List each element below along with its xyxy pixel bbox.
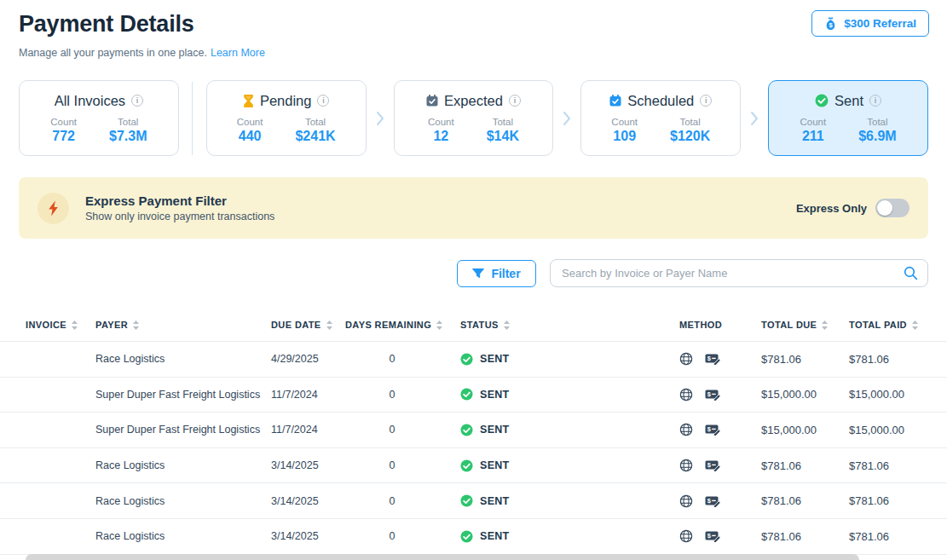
chevron-right-icon (741, 80, 768, 156)
check-circle-icon (460, 459, 473, 472)
status-cell: SENT (460, 459, 679, 472)
table-row[interactable]: Race Logistics 3/14/2025 0 SENT $ $781.0… (0, 448, 947, 484)
column-header-total-due[interactable]: TOTAL DUE (761, 320, 849, 330)
count-label: Count (237, 117, 263, 127)
status-badge: SENT (480, 495, 510, 507)
calendar-check-icon (426, 95, 438, 107)
due-date-cell: 3/14/2025 (271, 495, 345, 507)
total-value: $6.9M (858, 129, 896, 144)
total-value: $14K (487, 129, 519, 144)
status-cell: SENT (460, 530, 679, 543)
card-divider (179, 80, 206, 156)
status-badge: SENT (480, 459, 510, 471)
total-due-cell: $781.06 (761, 494, 849, 507)
total-label: Total (493, 117, 513, 127)
sort-icon[interactable] (72, 320, 78, 330)
express-payment-banner: Express Payment Filter Show only invoice… (19, 177, 928, 239)
check-circle-icon (460, 388, 473, 401)
status-cell: SENT (460, 424, 679, 436)
search-icon[interactable] (904, 266, 918, 284)
hourglass-icon (243, 95, 254, 107)
check-circle-icon (460, 530, 473, 543)
status-badge: SENT (480, 353, 510, 365)
column-header-invoice[interactable]: INVOICE (26, 320, 95, 330)
column-header-days-remaining[interactable]: DAYS REMAINING (345, 320, 460, 330)
info-icon[interactable]: i (869, 95, 881, 107)
referral-button[interactable]: $ $300 Referral (811, 10, 929, 37)
total-due-cell: $15,000.00 (761, 388, 849, 401)
check-edit-icon: $ (705, 389, 721, 401)
count-label: Count (50, 117, 77, 127)
express-only-label: Express Only (796, 202, 867, 215)
summary-card-all-invoices[interactable]: All Invoices i Count772 Total$7.3M (19, 80, 179, 156)
sort-icon[interactable] (326, 320, 332, 330)
check-circle-icon (460, 353, 473, 366)
globe-icon (679, 494, 693, 508)
column-header-method: METHOD (679, 320, 761, 330)
info-icon[interactable]: i (700, 95, 712, 107)
summary-card-scheduled[interactable]: Scheduled i Count109 Total$120K (580, 80, 741, 156)
table-row[interactable]: Super Duper Fast Freight Logistics 11/7/… (0, 413, 947, 448)
table-header: INVOICE PAYER DUE DATE DAYS REMAINING ST… (0, 309, 947, 342)
method-cell: $ (679, 388, 761, 401)
due-date-cell: 3/14/2025 (271, 530, 345, 542)
filter-button[interactable]: Filter (457, 260, 536, 287)
globe-icon (679, 423, 693, 436)
summary-card-expected[interactable]: Expected i Count12 Total$14K (394, 80, 554, 156)
calendar-check-icon (609, 95, 621, 107)
count-label: Count (800, 117, 827, 127)
summary-card-sent[interactable]: Sent i Count211 Total$6.9M (768, 80, 928, 156)
lightning-icon (38, 193, 69, 224)
sort-icon[interactable] (822, 320, 828, 330)
total-paid-cell: $15,000.00 (849, 424, 947, 436)
banner-subtitle: Show only invoice payment transactions (85, 211, 274, 222)
count-label: Count (611, 117, 638, 127)
summary-card-pending[interactable]: Pending i Count440 Total$241K (206, 80, 367, 156)
money-bag-icon: $ (824, 17, 837, 31)
globe-icon (679, 388, 693, 401)
count-value: 440 (239, 129, 262, 144)
method-cell: $ (679, 459, 761, 472)
sort-icon[interactable] (504, 320, 510, 330)
column-header-payer[interactable]: PAYER (95, 320, 271, 330)
total-paid-cell: $15,000.00 (849, 388, 947, 401)
due-date-cell: 4/29/2025 (271, 353, 345, 365)
column-header-status[interactable]: STATUS (460, 320, 679, 330)
table-row[interactable]: Race Logistics 3/14/2025 0 SENT $ $781.0… (0, 483, 947, 519)
total-due-cell: $781.06 (761, 459, 849, 472)
search-input[interactable] (550, 259, 928, 287)
status-cell: SENT (460, 353, 679, 366)
express-only-toggle[interactable] (875, 199, 909, 217)
status-cell: SENT (460, 388, 679, 401)
filter-button-label: Filter (491, 267, 520, 280)
table-row[interactable]: Race Logistics 4/29/2025 0 SENT $ $781.0… (0, 342, 947, 378)
sort-icon[interactable] (436, 320, 442, 330)
days-remaining-cell: 0 (345, 459, 460, 471)
column-header-total-paid[interactable]: TOTAL PAID (849, 320, 947, 330)
table-row[interactable]: Super Duper Fast Freight Logistics 11/7/… (0, 378, 947, 413)
check-edit-icon: $ (705, 459, 721, 471)
check-edit-icon: $ (705, 353, 721, 365)
info-icon[interactable]: i (131, 95, 143, 107)
check-circle-icon (460, 494, 473, 507)
sort-icon[interactable] (912, 320, 918, 330)
table-row[interactable]: Race Logistics 3/14/2025 0 SENT $ $781.0… (0, 519, 947, 555)
payer-cell: Super Duper Fast Freight Logistics (95, 389, 271, 401)
count-label: Count (428, 117, 454, 127)
due-date-cell: 11/7/2024 (271, 424, 345, 436)
count-value: 12 (433, 129, 448, 144)
status-badge: SENT (480, 530, 510, 542)
learn-more-link[interactable]: Learn More (211, 47, 265, 59)
info-icon[interactable]: i (509, 95, 521, 107)
payer-cell: Race Logistics (95, 530, 271, 542)
chevron-right-icon (553, 80, 580, 156)
column-header-due-date[interactable]: DUE DATE (271, 320, 345, 330)
info-icon[interactable]: i (317, 95, 329, 107)
count-value: 109 (613, 129, 636, 144)
payer-cell: Race Logistics (95, 459, 271, 471)
method-cell: $ (679, 423, 761, 436)
globe-icon (679, 529, 693, 543)
sort-icon[interactable] (133, 320, 139, 330)
card-label: Scheduled (627, 93, 694, 109)
method-cell: $ (679, 529, 761, 543)
